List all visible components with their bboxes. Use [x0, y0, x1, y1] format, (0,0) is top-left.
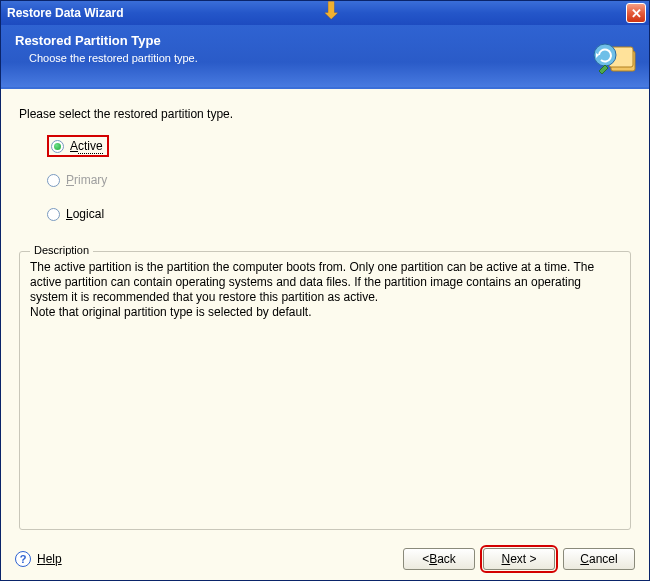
option-logical-label[interactable]: Logical	[66, 207, 104, 221]
option-primary-row: Primary	[47, 169, 631, 191]
wizard-window: ⬇ Restore Data Wizard ✕ Restored Partiti…	[0, 0, 650, 581]
option-active-row: Active	[47, 135, 631, 157]
options-group: Active Primary Logical	[19, 135, 631, 237]
option-logical-row: Logical	[47, 203, 631, 225]
close-icon: ✕	[631, 6, 642, 21]
cancel-button[interactable]: Cancel	[563, 548, 635, 570]
window-title: Restore Data Wizard	[7, 6, 626, 20]
description-fieldset: Description The active partition is the …	[19, 251, 631, 530]
radio-primary	[47, 174, 60, 187]
next-button[interactable]: Next >	[483, 548, 555, 570]
restore-icon	[591, 33, 639, 81]
description-legend: Description	[30, 244, 93, 256]
option-active-highlight: Active	[47, 135, 109, 157]
close-button[interactable]: ✕	[626, 3, 646, 23]
radio-logical[interactable]	[47, 208, 60, 221]
header-subtext: Choose the restored partition type.	[15, 52, 635, 64]
help-link[interactable]: ? Help	[15, 551, 62, 567]
wizard-header: Restored Partition Type Choose the resto…	[1, 25, 649, 89]
option-active-label[interactable]: Active	[70, 139, 103, 153]
prompt-text: Please select the restored partition typ…	[19, 107, 631, 121]
back-button[interactable]: < Back	[403, 548, 475, 570]
footer: ? Help < Back Next > Cancel	[1, 538, 649, 580]
option-primary-label: Primary	[66, 173, 107, 187]
description-text: The active partition is the partition th…	[30, 260, 620, 320]
down-arrow-icon: ⬇	[322, 0, 340, 24]
header-heading: Restored Partition Type	[15, 33, 635, 48]
radio-active[interactable]	[51, 140, 64, 153]
content-area: Please select the restored partition typ…	[1, 89, 649, 538]
help-icon: ?	[15, 551, 31, 567]
help-label: Help	[37, 552, 62, 566]
